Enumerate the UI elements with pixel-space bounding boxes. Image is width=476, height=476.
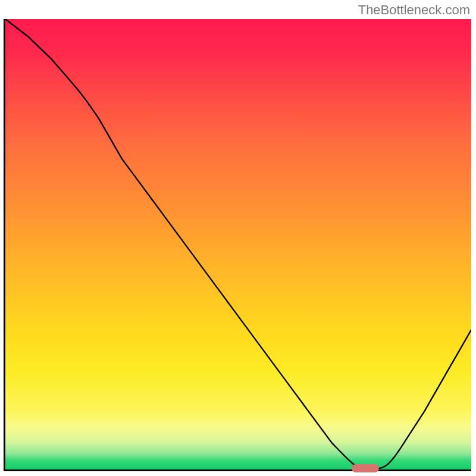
watermark-text: TheBottleneck.com xyxy=(358,2,470,18)
chart-plot-area xyxy=(4,19,471,471)
optimum-marker xyxy=(352,464,379,472)
chart-line-svg xyxy=(5,19,471,469)
bottleneck-curve-path xyxy=(5,19,471,468)
